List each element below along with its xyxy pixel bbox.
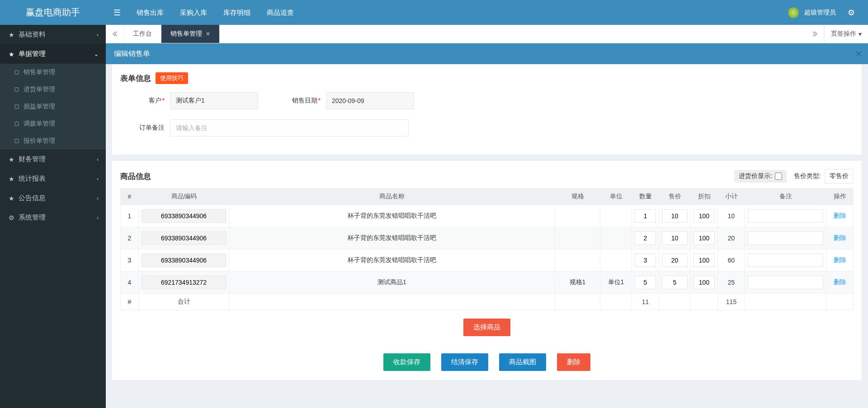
brand[interactable]: 赢盘电商助手 <box>0 0 106 25</box>
user-name[interactable]: 超级管理员 <box>804 9 836 17</box>
top-menu-item[interactable]: 采购入库 <box>172 0 215 25</box>
avatar[interactable] <box>788 7 799 18</box>
top-menu: 销售出库采购入库库存明细商品追查 <box>128 0 302 25</box>
top-nav: ☰ 销售出库采购入库库存明细商品追查 <box>106 0 788 25</box>
top-menu-item[interactable]: 商品追查 <box>259 0 302 25</box>
top-menu-item[interactable]: 库存明细 <box>215 0 259 25</box>
top-right: 超级管理员 ⚙ <box>788 7 868 18</box>
top-header: 赢盘电商助手 ☰ 销售出库采购入库库存明细商品追查 超级管理员 ⚙ <box>0 0 868 25</box>
gear-icon[interactable]: ⚙ <box>841 8 861 18</box>
hamburger-icon[interactable]: ☰ <box>106 8 128 18</box>
top-menu-item[interactable]: 销售出库 <box>128 0 172 25</box>
